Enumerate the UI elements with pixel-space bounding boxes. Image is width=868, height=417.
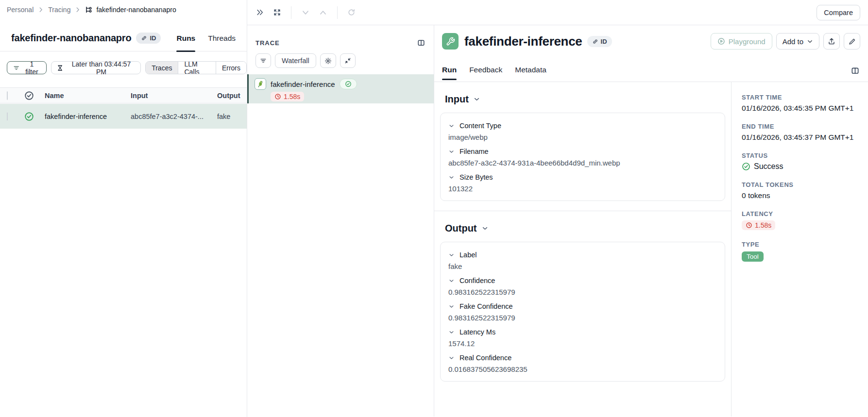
next-run-button[interactable] [318,7,328,18]
output-field-fake-confidence: Fake Confidence 0.983162522315979 [448,302,717,322]
toolbar-divider [337,6,338,19]
chevron-down-icon [473,96,480,103]
link-icon [592,38,598,45]
trace-view-select[interactable]: Waterfall [275,53,316,68]
tab-runs[interactable]: Runs [176,25,195,51]
tab-metadata[interactable]: Metadata [515,60,546,80]
chevron-down-icon [448,252,455,258]
chevron-down-icon [481,225,489,232]
input-section-header[interactable]: Input [445,94,725,105]
trace-item-name: fakefinder-inference [271,80,335,88]
run-id-label: ID [601,38,607,45]
chevron-up-icon [319,8,327,17]
trace-panel-toggle-button[interactable] [416,38,426,48]
select-all-checkbox[interactable] [7,91,8,100]
compare-button[interactable]: Compare [817,5,860,20]
filter-count-button[interactable]: 1 filter [7,61,47,74]
row-name: fakefinder-inference [45,113,107,120]
tab-feedback[interactable]: Feedback [469,60,502,80]
tab-run[interactable]: Run [442,60,457,80]
field-value: fake [448,262,717,270]
row-input: abc85fe7-a3c2-4374-... [131,113,204,120]
table-row[interactable]: fakefinder-inference abc85fe7-a3c2-4374-… [0,104,247,129]
playground-button[interactable]: Playground [711,33,772,50]
segment-llm-calls[interactable]: LLM Calls [178,62,215,74]
chevron-down-icon [448,303,455,310]
field-toggle[interactable]: Real Confidence [448,354,717,362]
meta-label: END TIME [742,123,862,130]
refresh-button[interactable] [346,7,357,17]
hourglass-icon [57,65,63,71]
gear-icon [324,57,332,65]
project-id-badge[interactable]: ID [136,33,161,44]
clock-icon [746,222,752,229]
breadcrumb-project[interactable]: fakefinder-nanobananapro [85,6,176,14]
chevron-down-icon [448,149,455,155]
panel-toggle-icon [851,67,859,75]
success-check-circle-icon [345,81,352,87]
playground-label: Playground [729,37,766,46]
success-check-circle-icon [742,162,750,171]
segment-traces[interactable]: Traces [146,62,178,74]
trace-item-status-badge [340,79,357,89]
meta-label: TYPE [742,241,862,248]
field-toggle[interactable]: Confidence [448,277,717,284]
project-icon [85,6,93,14]
edit-pencil-icon [849,38,856,45]
field-toggle[interactable]: Content Type [448,122,717,130]
field-key: Size Bytes [460,173,493,181]
run-id-badge[interactable]: ID [587,36,612,47]
output-section: Output Label fake [434,211,731,391]
field-toggle[interactable]: Size Bytes [448,173,717,181]
field-key: Fake Confidence [460,302,513,310]
share-upload-button[interactable] [823,33,840,50]
fullscreen-button[interactable] [272,7,282,17]
run-type-badge: Tool [742,251,764,262]
input-section: Input Content Type image/webp [434,82,731,211]
run-io-content: Input Content Type image/webp [434,82,731,417]
output-field-label: Label fake [448,251,717,270]
trace-collapse-button[interactable] [340,53,356,68]
previous-run-button[interactable] [300,7,311,18]
filter-bar: 1 filter Later than 03:44:57 PM Traces L… [7,61,247,74]
link-icon [141,35,147,41]
meta-value: 01/16/2026, 03:45:35 PM GMT+1 [742,104,862,113]
field-toggle[interactable]: Fake Confidence [448,302,717,310]
status-value: Success [754,162,783,171]
meta-end-time: END TIME 01/16/2026, 03:45:37 PM GMT+1 [742,123,862,142]
trace-filter-button[interactable] [255,53,271,68]
upload-icon [828,37,835,45]
field-toggle[interactable]: Latency Ms [448,328,717,336]
field-value: 0.983162522315979 [448,288,717,296]
check-circle-icon [24,91,34,100]
field-toggle[interactable]: Filename [448,148,717,155]
refresh-icon [347,8,356,17]
breadcrumb-personal[interactable]: Personal [7,6,34,14]
breadcrumb-tracing[interactable]: Tracing [48,6,70,14]
run-title: fakefinder-inference [464,34,582,49]
trace-panel-title: TRACE [255,39,280,47]
collapse-drawer-button[interactable] [255,7,265,17]
field-toggle[interactable]: Label [448,251,717,259]
filter-lines-icon [260,57,267,64]
time-filter-button[interactable]: Later than 03:44:57 PM [51,61,141,74]
output-card: Label fake Confidence 0.98316252 [440,242,725,382]
add-to-button[interactable]: Add to [776,33,819,50]
meta-label: TOTAL TOKENS [742,181,862,188]
meta-label: STATUS [742,152,862,159]
input-card: Content Type image/webp Filename [440,113,725,201]
row-checkbox[interactable] [7,112,8,121]
trace-settings-button[interactable] [320,53,336,68]
run-detail-panel: fakefinder-inference ID Playground Add [434,25,868,417]
panel-toggle-icon [417,39,425,47]
output-section-header[interactable]: Output [445,223,725,234]
output-field-latency-ms: Latency Ms 1574.12 [448,328,717,348]
field-key: Real Confidence [460,354,511,362]
details-panel-toggle-button[interactable] [851,67,859,75]
trace-tree-item[interactable]: fakefinder-inference 1.58s [247,74,434,103]
breadcrumb: Personal Tracing fakefinder-nanobananapr… [7,6,176,14]
segment-errors[interactable]: Errors [216,62,246,74]
edit-button[interactable] [844,33,860,50]
tab-threads[interactable]: Threads [208,25,236,51]
trace-item-latency-badge: 1.58s [271,92,304,101]
